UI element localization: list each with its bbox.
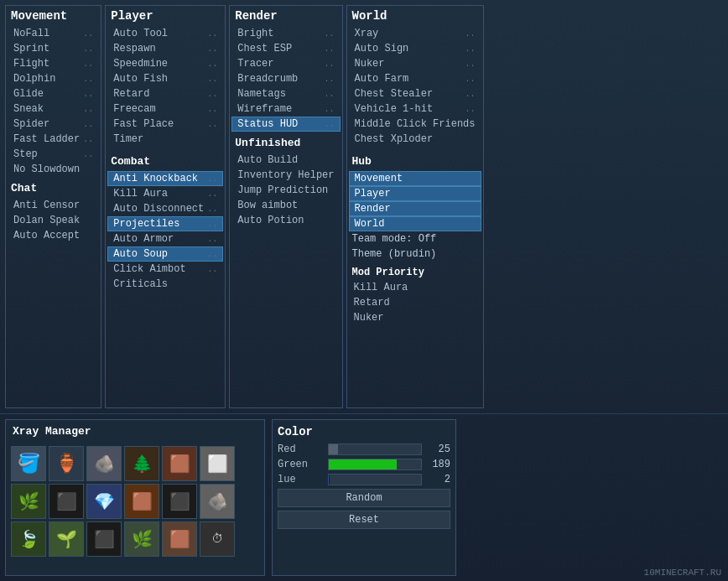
color-panel: Color Red 25 Green 189 lue 2 bbox=[272, 419, 456, 576]
xray-block-6[interactable]: 🌿 bbox=[11, 484, 46, 519]
xray-block-5[interactable]: ⬜ bbox=[200, 446, 235, 481]
unfinished-auto-potion[interactable]: Auto Potion bbox=[231, 213, 340, 228]
render-tracer[interactable]: Tracer.. bbox=[231, 56, 340, 71]
hub-theme: Theme (brudin) bbox=[349, 246, 481, 262]
combat-kill-aura[interactable]: Kill Aura.. bbox=[107, 186, 223, 201]
xray-block-9[interactable]: 🟫 bbox=[124, 484, 159, 519]
color-random-button[interactable]: Random bbox=[278, 489, 450, 507]
xray-block-11[interactable]: 🪨 bbox=[200, 484, 235, 519]
xray-block-7[interactable]: ⬛ bbox=[49, 484, 84, 519]
color-red-slider[interactable] bbox=[328, 444, 422, 455]
combat-auto-disconnect[interactable]: Auto Disconnect.. bbox=[107, 201, 223, 216]
movement-nofall[interactable]: NoFall.. bbox=[8, 26, 99, 41]
world-nuker[interactable]: Nuker.. bbox=[349, 56, 481, 71]
color-title: Color bbox=[278, 425, 450, 438]
movement-sprint[interactable]: Sprint.. bbox=[8, 41, 99, 56]
movement-spider[interactable]: Spider.. bbox=[8, 117, 99, 132]
xray-block-1[interactable]: 🏺 bbox=[49, 446, 84, 481]
hub-player[interactable]: Player bbox=[349, 186, 481, 201]
movement-step[interactable]: Step.. bbox=[8, 147, 99, 162]
unfinished-jump-prediction[interactable]: Jump Prediction bbox=[231, 183, 340, 198]
render-header: Render bbox=[231, 8, 340, 24]
player-header: Player bbox=[107, 8, 223, 24]
movement-sneak[interactable]: Sneak.. bbox=[8, 101, 99, 117]
combat-click-aimbot[interactable]: Click Aimbot.. bbox=[107, 262, 223, 277]
unfinished-bow-aimbot[interactable]: Bow aimbot bbox=[231, 198, 340, 213]
player-respawn[interactable]: Respawn.. bbox=[107, 41, 223, 56]
xray-block-2[interactable]: 🪨 bbox=[86, 446, 122, 481]
color-green-slider[interactable] bbox=[328, 459, 422, 470]
world-middle-click-friends[interactable]: Middle Click Friends bbox=[349, 117, 481, 132]
color-blue-slider[interactable] bbox=[328, 474, 422, 485]
movement-fast-ladder[interactable]: Fast Ladder.. bbox=[8, 132, 99, 147]
hub-priority-nuker[interactable]: Nuker bbox=[349, 310, 481, 325]
hub-render[interactable]: Render bbox=[349, 201, 481, 216]
hub-priority-retard[interactable]: Retard bbox=[349, 295, 481, 310]
combat-anti-knockback[interactable]: Anti Knockback.. bbox=[107, 171, 223, 186]
xray-block-13[interactable]: 🌱 bbox=[49, 521, 84, 557]
chat-anti-censor[interactable]: Anti Censor bbox=[8, 198, 99, 213]
hub-mod-priority-header: Mod Priority bbox=[349, 265, 481, 280]
player-speedmine[interactable]: Speedmine.. bbox=[107, 56, 223, 71]
xray-block-0[interactable]: 🪣 bbox=[11, 446, 46, 481]
color-green-value: 189 bbox=[425, 459, 450, 470]
world-auto-sign[interactable]: Auto Sign.. bbox=[349, 41, 481, 56]
render-wireframe[interactable]: Wireframe.. bbox=[231, 101, 340, 117]
color-green-row: Green 189 bbox=[278, 459, 450, 470]
player-freecam[interactable]: Freecam.. bbox=[107, 101, 223, 117]
player-auto-fish[interactable]: Auto Fish.. bbox=[107, 71, 223, 86]
world-xray[interactable]: Xray.. bbox=[349, 26, 481, 41]
world-chest-stealer[interactable]: Chest Stealer.. bbox=[349, 86, 481, 101]
combat-projectiles[interactable]: Projectiles.. bbox=[107, 216, 223, 231]
player-fast-place[interactable]: Fast Place.. bbox=[107, 117, 223, 132]
player-auto-tool[interactable]: Auto Tool.. bbox=[107, 26, 223, 41]
world-auto-farm[interactable]: Auto Farm.. bbox=[349, 71, 481, 86]
hub-priority-kill-aura[interactable]: Kill Aura bbox=[349, 280, 481, 295]
xray-block-12[interactable]: 🍃 bbox=[11, 521, 46, 557]
player-timer[interactable]: Timer bbox=[107, 132, 223, 147]
xray-block-17[interactable]: ⏱ bbox=[200, 521, 235, 557]
render-nametags[interactable]: Nametags.. bbox=[231, 86, 340, 101]
watermark: 10MINECRAFT.RU bbox=[644, 568, 721, 578]
chat-auto-accept[interactable]: Auto Accept bbox=[8, 228, 99, 243]
player-retard[interactable]: Retard.. bbox=[107, 86, 223, 101]
movement-flight[interactable]: Flight.. bbox=[8, 56, 99, 71]
color-reset-button[interactable]: Reset bbox=[278, 511, 450, 529]
hub-header: Hub bbox=[349, 153, 481, 169]
xray-block-15[interactable]: 🌿 bbox=[124, 521, 159, 557]
hub-movement[interactable]: Movement bbox=[349, 171, 481, 186]
movement-dolphin[interactable]: Dolphin.. bbox=[8, 71, 99, 86]
render-breadcrumb[interactable]: Breadcrumb.. bbox=[231, 71, 340, 86]
color-green-label: Green bbox=[278, 459, 328, 470]
world-vehicle-1hit[interactable]: Vehicle 1-hit.. bbox=[349, 101, 481, 117]
xray-block-4[interactable]: 🟫 bbox=[162, 446, 197, 481]
combat-auto-soup[interactable]: Auto Soup.. bbox=[107, 246, 223, 262]
color-blue-value: 2 bbox=[425, 474, 450, 485]
color-red-value: 25 bbox=[425, 444, 450, 455]
hub-world[interactable]: World bbox=[349, 216, 481, 231]
world-column: World Xray.. Auto Sign.. Nuker.. Auto Fa… bbox=[346, 5, 484, 408]
render-bright[interactable]: Bright.. bbox=[231, 26, 340, 41]
unfinished-inventory-helper[interactable]: Inventory Helper bbox=[231, 168, 340, 183]
color-red-row: Red 25 bbox=[278, 444, 450, 455]
hub-team-mode: Team mode: Off bbox=[349, 231, 481, 246]
combat-auto-armor[interactable]: Auto Armor.. bbox=[107, 231, 223, 246]
color-blue-row: lue 2 bbox=[278, 474, 450, 485]
xray-block-10[interactable]: ⬛ bbox=[162, 484, 197, 519]
combat-criticals[interactable]: Criticals bbox=[107, 277, 223, 292]
chat-dolan-speak[interactable]: Dolan Speak bbox=[8, 213, 99, 228]
movement-glide[interactable]: Glide.. bbox=[8, 86, 99, 101]
xray-block-3[interactable]: 🌲 bbox=[124, 446, 159, 481]
color-blue-label: lue bbox=[278, 474, 328, 485]
xray-block-8[interactable]: 💎 bbox=[86, 484, 122, 519]
combat-header: Combat bbox=[107, 153, 223, 169]
xray-block-14[interactable]: ⬛ bbox=[86, 521, 122, 557]
world-chest-xploder[interactable]: Chest Xploder bbox=[349, 132, 481, 147]
movement-no-slowdown[interactable]: No Slowdown bbox=[8, 162, 99, 177]
world-header: World bbox=[349, 8, 481, 24]
unfinished-auto-build[interactable]: Auto Build bbox=[231, 153, 340, 168]
render-chest-esp[interactable]: Chest ESP.. bbox=[231, 41, 340, 56]
movement-header: Movement bbox=[8, 8, 99, 24]
xray-block-16[interactable]: 🟫 bbox=[162, 521, 197, 557]
render-status-hud[interactable]: Status HUD.. bbox=[231, 117, 340, 132]
